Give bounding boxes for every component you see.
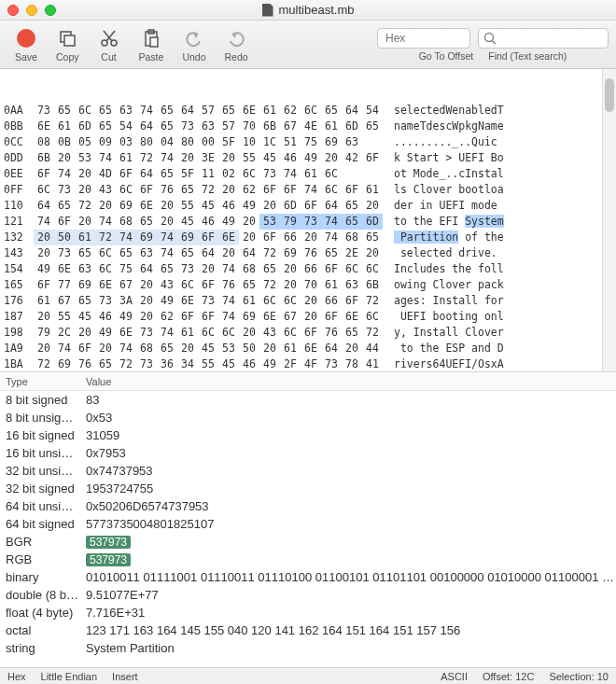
inspector-row[interactable]: double (8 b…9.51077E+77 (0, 586, 616, 604)
ascii[interactable]: der in UEFI mode (394, 198, 504, 214)
inspector-row[interactable]: BGR537973 (0, 533, 616, 551)
hex-row[interactable]: 13220506172746974696F6E206F6620746865 Pa… (4, 230, 612, 245)
hex-row[interactable]: 0AA73656C656374656457656E61626C656454sel… (4, 103, 612, 119)
cut-button[interactable]: Cut (91, 25, 128, 64)
ascii[interactable]: y, Install Clover (394, 325, 504, 341)
bytes[interactable]: 6C7320436C6F76657220626F6F746C6F61 (34, 182, 383, 198)
hex-row[interactable]: 11064657220696E2055454649206D6F646520der… (4, 198, 612, 214)
hex-view[interactable]: 0AA73656C656374656457656E61626C656454sel… (0, 69, 616, 371)
copy-button[interactable]: Copy (49, 25, 87, 64)
ascii[interactable]: ........._..Quic (394, 134, 497, 150)
cut-label: Cut (101, 51, 116, 63)
hex-search-input[interactable] (377, 28, 470, 49)
inspector-value: 0x74737953 (82, 464, 616, 478)
offset: 132 (4, 230, 34, 245)
col-value[interactable]: Value (82, 376, 616, 387)
ascii[interactable]: Includes the foll (394, 261, 504, 277)
status-endian[interactable]: Little Endian (41, 671, 98, 682)
zoom-window-button[interactable] (45, 5, 56, 16)
ascii[interactable]: rivers64UEFI/OsxA (394, 356, 504, 371)
hex-row[interactable]: 0BB6E616D65546465736357706B674E616D65nam… (4, 119, 612, 134)
bytes[interactable]: 746F20746865204546492053797374656D (34, 214, 383, 230)
find-label[interactable]: Find (Text search) (488, 50, 567, 62)
text-search-input[interactable] (478, 28, 609, 49)
inspector-row[interactable]: 32 bit unsi…0x74737953 (0, 462, 616, 480)
bytes[interactable]: 7269766572733634554546492F4F737841 (34, 356, 383, 371)
status-hex[interactable]: Hex (7, 671, 26, 682)
goto-label[interactable]: Go To Offset (419, 50, 474, 62)
bytes[interactable]: 6B205374617274203E205545464920426F (34, 150, 383, 166)
ascii[interactable]: ages: Install for (394, 293, 504, 309)
redo-button[interactable]: Redo (217, 25, 255, 64)
bytes[interactable]: 2073656C65637465642064726976652E20 (34, 245, 383, 261)
window-title: multibeast.mb (0, 3, 616, 17)
hex-row[interactable]: 154496E636C756465732074686520666F6C6CInc… (4, 261, 612, 277)
bytes[interactable]: 792C20496E7374616C6C20436C6F766572 (34, 325, 383, 341)
hex-row[interactable]: 1656F77696E6720436C6F766572207061636Bowi… (4, 277, 612, 293)
ascii[interactable]: k Start > UEFI Bo (394, 150, 504, 166)
ascii[interactable]: ls Clover bootloa (394, 182, 504, 198)
hex-row[interactable]: 1A920746F207468652045535020616E642044 to… (4, 341, 612, 356)
status-ascii[interactable]: ASCII (441, 671, 468, 682)
inspector-row[interactable]: octal123 171 163 164 145 155 040 120 141… (0, 621, 616, 639)
inspector-row[interactable]: 8 bit signed83 (0, 391, 616, 409)
ascii[interactable]: Partition of the (394, 230, 504, 245)
ascii[interactable]: selectedWenabledT (394, 103, 504, 119)
offset: 0EE (4, 166, 34, 182)
inspector-row[interactable]: stringSystem Partition (0, 639, 616, 657)
ascii[interactable]: nameTdescWpkgName (394, 119, 504, 134)
minimize-window-button[interactable] (26, 5, 37, 16)
ascii[interactable]: ot Mode_..cInstal (394, 166, 504, 182)
inspector-value: 83 (82, 393, 616, 407)
inspector-row[interactable]: 64 bit signed5773735004801825107 (0, 515, 616, 533)
hex-row[interactable]: 121746F20746865204546492053797374656Dto … (4, 214, 612, 230)
bytes[interactable]: 080B050903800480005F101C51756963 (34, 134, 383, 150)
ascii[interactable]: to the ESP and D (394, 341, 504, 356)
inspector-row[interactable]: 32 bit signed1953724755 (0, 480, 616, 497)
ascii[interactable]: UEFI booting onl (394, 309, 504, 325)
hex-row[interactable]: 187205545464920626F6F74696E67206F6E6C UE… (4, 309, 612, 325)
inspector-type: 8 bit signed (0, 393, 82, 407)
inspector-type: 8 bit unsig… (0, 411, 82, 425)
bytes[interactable]: 73656C656374656457656E61626C656454 (34, 103, 383, 119)
bytes[interactable]: 20746F207468652045535020616E642044 (34, 341, 383, 356)
hex-row[interactable]: 0DD6B205374617274203E205545464920426Fk S… (4, 150, 612, 166)
bytes[interactable]: 20506172746974696F6E206F6620746865 (34, 230, 383, 245)
scrollbar[interactable] (602, 69, 616, 371)
ascii[interactable]: selected drive. (394, 245, 504, 261)
inspector-row[interactable]: 16 bit unsi…0x7953 (0, 444, 616, 462)
ascii[interactable]: to the EFI System (394, 214, 504, 230)
inspector-row[interactable]: 16 bit signed31059 (0, 426, 616, 444)
save-button[interactable]: Save (7, 25, 45, 64)
inspector-row[interactable]: float (4 byte)7.716E+31 (0, 604, 616, 621)
hex-row[interactable]: 0FF6C7320436C6F76657220626F6F746C6F61ls … (4, 182, 612, 198)
close-window-button[interactable] (7, 5, 19, 16)
hex-row[interactable]: 0CC080B050903800480005F101C51756963 ....… (4, 134, 612, 150)
scroll-thumb[interactable] (605, 78, 614, 112)
status-insert[interactable]: Insert (112, 671, 138, 682)
inspector-row[interactable]: RGB537973 (0, 551, 616, 568)
ascii[interactable]: owing Clover pack (394, 277, 504, 293)
hex-row[interactable]: 1BA7269766572733634554546492F4F737841riv… (4, 356, 612, 371)
bytes[interactable]: 64657220696E2055454649206D6F646520 (34, 198, 383, 214)
hex-row[interactable]: 0EE6F74204D6F64655F11026C7374616C ot Mod… (4, 166, 612, 182)
hex-row[interactable]: 176616765733A20496E7374616C6C20666F72age… (4, 293, 612, 309)
bytes[interactable]: 6F77696E6720436C6F766572207061636B (34, 277, 383, 293)
inspector-row[interactable]: 64 bit unsi…0x50206D6574737953 (0, 497, 616, 515)
bytes[interactable]: 6E616D65546465736357706B674E616D65 (34, 119, 383, 134)
paste-button[interactable]: Paste (132, 25, 172, 64)
inspector-type: 64 bit signed (0, 517, 82, 531)
offset: 1A9 (4, 341, 34, 356)
inspector-value: 5773735004801825107 (82, 517, 616, 531)
hex-row[interactable]: 198792C20496E7374616C6C20436C6F766572y, … (4, 325, 612, 341)
inspector-row[interactable]: 8 bit unsig…0x53 (0, 409, 616, 426)
bytes[interactable]: 616765733A20496E7374616C6C20666F72 (34, 293, 383, 309)
undo-button[interactable]: Undo (175, 25, 213, 64)
bytes[interactable]: 496E636C756465732074686520666F6C6C (34, 261, 383, 277)
svg-point-9 (485, 33, 494, 41)
col-type[interactable]: Type (0, 376, 82, 387)
hex-row[interactable]: 1432073656C65637465642064726976652E20 se… (4, 245, 612, 261)
bytes[interactable]: 205545464920626F6F74696E67206F6E6C (34, 309, 383, 325)
inspector-row[interactable]: binary01010011 01111001 01110011 0111010… (0, 568, 616, 586)
bytes[interactable]: 6F74204D6F64655F11026C7374616C (34, 166, 383, 182)
